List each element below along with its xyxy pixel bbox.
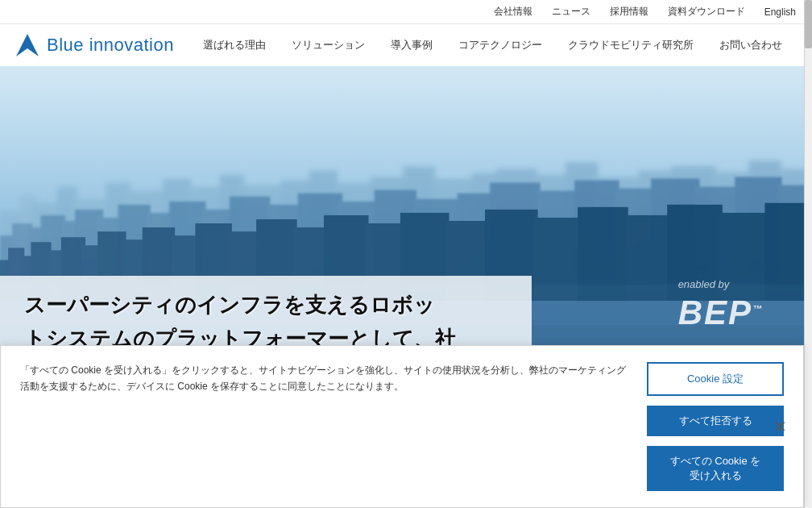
accept-all-button[interactable]: すべての Cookie を 受け入れる (647, 446, 784, 491)
cookie-buttons: Cookie 設定 すべて拒否する すべての Cookie を 受け入れる (647, 362, 784, 491)
nav-lab[interactable]: クラウドモビリティ研究所 (555, 31, 706, 60)
accept-all-line1: すべての Cookie を (670, 455, 761, 467)
hero-section: スーパーシティのインフラを支えるロボッ トシステムのプラットフォーマーとして、社… (0, 66, 812, 381)
nav-download[interactable]: 資料ダウンロード (668, 5, 745, 19)
close-cookie-button[interactable]: ✕ (767, 414, 793, 439)
accept-all-line2: 受け入れる (690, 469, 742, 481)
logo-arrow-icon (16, 34, 39, 56)
bep-enabled-text: enabled by (678, 278, 764, 290)
svg-rect-77 (578, 206, 628, 300)
nav-case[interactable]: 導入事例 (378, 31, 445, 60)
logo-text: Blue innovation (47, 35, 174, 56)
nav-solution[interactable]: ソリューション (279, 31, 378, 60)
top-navigation: 会社情報 ニュース 採用情報 資料ダウンロード English (0, 0, 812, 24)
bep-logo-text: BEP™ (678, 294, 764, 332)
svg-marker-0 (16, 34, 39, 56)
nav-reason[interactable]: 選ばれる理由 (190, 31, 279, 60)
nav-contact[interactable]: お問い合わせ (706, 31, 795, 60)
svg-rect-78 (625, 214, 670, 300)
reject-all-button[interactable]: すべて拒否する (647, 406, 784, 436)
bep-logo-area: enabled by BEP™ (678, 278, 764, 332)
scrollbar-thumb[interactable] (805, 0, 812, 48)
cookie-settings-button[interactable]: Cookie 設定 (647, 362, 784, 396)
nav-company-info[interactable]: 会社情報 (494, 5, 532, 19)
nav-technology[interactable]: コアテクノロジー (445, 31, 555, 60)
nav-news[interactable]: ニュース (552, 5, 590, 19)
header: 会社情報 ニュース 採用情報 資料ダウンロード English Blue inn… (0, 0, 812, 66)
hero-title-line1: スーパーシティのインフラを支えるロボッ (24, 289, 456, 323)
nav-recruitment[interactable]: 採用情報 (610, 5, 648, 19)
svg-rect-76 (534, 217, 582, 300)
scrollbar[interactable] (804, 0, 812, 508)
main-navigation: Blue innovation 選ばれる理由 ソリューション 導入事例 コアテク… (0, 24, 812, 66)
nav-items: 選ばれる理由 ソリューション 導入事例 コアテクノロジー クラウドモビリティ研究… (190, 31, 795, 60)
cookie-text: 「すべての Cookie を受け入れる」をクリックすると、サイトナビゲーションを… (20, 362, 628, 395)
nav-english[interactable]: English (764, 6, 796, 18)
cookie-banner: 「すべての Cookie を受け入れる」をクリックすると、サイトナビゲーションを… (0, 345, 804, 508)
logo-area[interactable]: Blue innovation (16, 34, 174, 56)
